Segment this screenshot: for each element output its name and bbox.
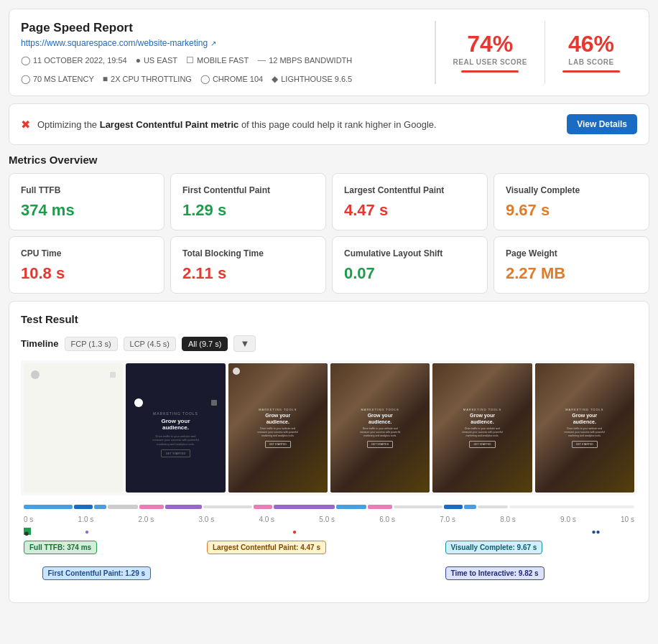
browser-icon: ◯ [200,74,210,84]
metrics-grid: Full TTFB 374 ms First Contentful Paint … [9,173,649,294]
meta-latency: ◯ 70 MS LATENCY [21,74,94,84]
header-card: Page Speed Report https://www.squarespac… [9,9,649,96]
segment-8 [254,505,272,509]
meta-row: ◯ 11 OCTOBER 2022, 19:54 ● US EAST ☐ MOB… [21,55,423,84]
real-user-score-label: REAL USER SCORE [453,58,527,66]
metric-value-2: 4.47 s [344,202,476,218]
metric-lcp: Largest Contentful Paint 4.47 s [332,173,488,230]
segment-1 [24,505,73,509]
timeline-dropdown-button[interactable]: ▼ [233,335,256,352]
location-icon: ● [136,55,141,65]
metric-visually-complete: Visually Complete 9.67 s [493,173,649,230]
marker-dot-vc: ●● [592,528,601,536]
annotation-fcp: First Contentful Paint: 1.29 s [42,566,152,580]
segment-7 [203,505,252,508]
real-user-score-box: 74% REAL USER SCORE [435,21,545,84]
metric-value-4: 10.8 s [21,266,152,281]
annotation-vc: Visually Complete: 9.67 s [445,541,543,554]
metric-name-3: Visually Complete [506,185,637,195]
metric-full-ttfb: Full TTFB 374 ms [9,173,164,230]
external-link-icon: ↗ [210,39,216,47]
metric-name-7: Page Weight [506,248,637,258]
alert-icon: ✖ [21,118,30,131]
marker-dot-lcp: ● [292,528,297,536]
annotation-ttfb: Full TTFB: 374 ms [24,541,97,554]
metrics-section: Metrics Overview Full TTFB 374 ms First … [9,154,649,294]
timeline-tag-fcp[interactable]: FCP (1.3 s) [65,337,118,351]
metric-value-1: 1.29 s [182,202,314,218]
annotation-lcp: Largest Contentful Paint: 4.47 s [207,541,326,554]
metric-name-0: Full TTFB [21,185,152,195]
cpu-icon: ■ [103,74,108,84]
meta-location: ● US EAST [136,55,177,65]
timeline-tag-all[interactable]: All (9.7 s) [182,337,228,351]
segment-5 [139,505,164,509]
real-user-score-bar [461,70,519,73]
meta-date: ◯ 11 OCTOBER 2022, 19:54 [21,55,127,65]
metric-name-1: First Contentful Paint [182,185,314,195]
meta-cpu: ■ 2X CPU THROTTLING [103,74,192,84]
timeline-segments [24,503,634,511]
latency-icon: ◯ [21,74,30,84]
segment-rest [509,505,634,508]
segment-12 [394,505,442,508]
metrics-section-title: Metrics Overview [9,154,649,166]
test-result-card: Test Result Timeline FCP (1.3 s) LCP (4.… [9,301,649,603]
lab-score-bar [562,70,620,73]
metric-fcp: First Contentful Paint 1.29 s [170,173,326,230]
header-main: Page Speed Report https://www.squarespac… [21,21,423,84]
metric-value-6: 0.07 [344,266,476,281]
screenshot-frame-6: MARKETING TOOLS Grow youraudience. Drive… [535,363,634,493]
marker-dots-row: ● ● ● ●● [24,525,634,536]
metric-cls: Cumulative Layout Shift 0.07 [332,236,488,294]
mobile-icon: ☐ [186,55,194,65]
metric-value-7: 2.27 MB [506,266,637,281]
metric-cpu-time: CPU Time 10.8 s [9,236,164,294]
metric-name-2: Largest Contentful Paint [344,185,476,195]
bandwidth-icon: ⸻ [257,55,266,65]
segment-10 [336,505,367,509]
annotation-tti: Time to Interactive: 9.82 s [445,566,545,580]
screenshots-strip: MARKETING TOOLS Grow youraudience. Drive… [21,360,637,495]
segment-11 [368,505,392,509]
marker-dot-fcp: ● [85,528,89,536]
page-title: Page Speed Report [21,21,423,35]
metric-name-6: Cumulative Layout Shift [344,248,476,258]
timeline-header: Timeline FCP (1.3 s) LCP (4.5 s) All (9.… [21,335,637,352]
metric-name-4: CPU Time [21,248,152,258]
screenshot-frame-4: MARKETING TOOLS Grow youraudience. Drive… [330,363,430,493]
metric-value-0: 374 ms [21,202,152,218]
metric-tbt: Total Blocking Time 2.11 s [170,236,326,294]
timeline-ruler: 0 s 1.0 s 2.0 s 3.0 s 4.0 s 5.0 s 6.0 s … [24,515,634,523]
test-result-title: Test Result [21,313,637,325]
metric-name-5: Total Blocking Time [182,248,314,258]
annotations-row: Full TTFB: 374 ms First Contentful Paint… [24,541,634,591]
alert-text: Optimizing the Largest Contentful Paint … [37,119,560,130]
timeline-container: 0 s 1.0 s 2.0 s 3.0 s 4.0 s 5.0 s 6.0 s … [21,503,637,591]
segment-3 [94,505,106,509]
metric-page-weight: Page Weight 2.27 MB [493,236,649,294]
meta-browser: ◯ CHROME 104 [200,74,263,84]
scores-area: 74% REAL USER SCORE 46% LAB SCORE [435,21,637,84]
lab-score-box: 46% LAB SCORE [545,21,637,84]
screenshot-frame-2: MARKETING TOOLS Grow youraudience. Drive… [126,363,225,493]
header-url[interactable]: https://www.squarespace.com/website-mark… [21,38,423,48]
metric-value-5: 2.11 s [182,266,314,281]
segment-6 [165,505,202,509]
timeline-tag-lcp[interactable]: LCP (4.5 s) [124,337,176,351]
view-details-button[interactable]: View Details [567,114,637,134]
meta-lighthouse: ◆ LIGHTHOUSE 9.6.5 [272,74,352,84]
segment-15 [478,505,509,508]
meta-device: ☐ MOBILE FAST [186,55,249,65]
meta-bandwidth: ⸻ 12 MBPS BANDWIDTH [257,55,352,65]
lab-score-label: LAB SCORE [568,58,613,66]
segment-13 [444,505,463,509]
marker-dot-ttfb: ● [24,528,31,535]
segment-9 [274,505,335,509]
segment-2 [74,505,93,509]
screenshot-frame-3: MARKETING TOOLS Grow youraudience. Drive… [228,363,328,493]
screenshot-frame-5: MARKETING TOOLS Grow youraudience. Drive… [432,363,532,493]
alert-card: ✖ Optimizing the Largest Contentful Pain… [9,103,649,145]
clock-icon: ◯ [21,55,30,65]
segment-4 [108,505,139,509]
